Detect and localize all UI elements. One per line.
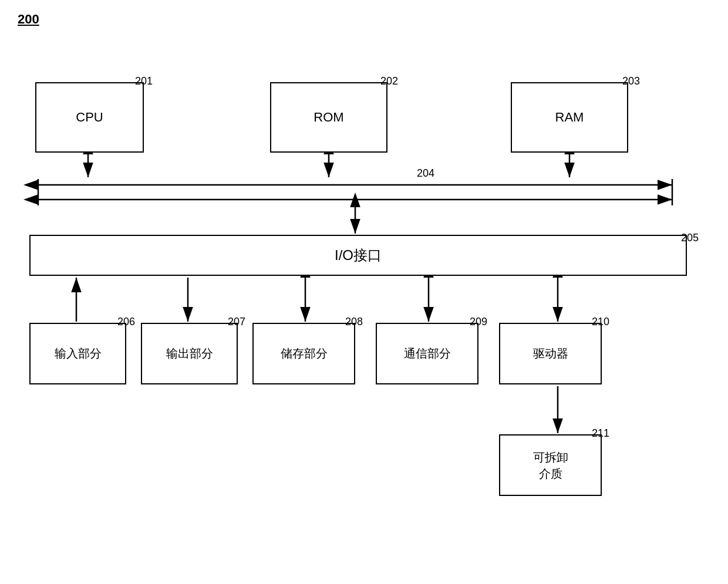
removable-ref: 211 — [592, 427, 609, 440]
ram-ref: 203 — [622, 75, 640, 87]
driver-label: 驱动器 — [533, 346, 568, 362]
comms-box: 通信部分 — [376, 323, 478, 384]
output-box: 输出部分 — [141, 323, 238, 384]
ram-box: RAM — [511, 82, 628, 153]
rom-label: ROM — [314, 110, 343, 125]
cpu-label: CPU — [76, 110, 103, 125]
diagram: 200 — [18, 12, 705, 575]
rom-ref: 202 — [380, 75, 398, 87]
removable-box: 可拆卸 介质 — [499, 434, 602, 496]
io-ref: 205 — [681, 232, 699, 244]
rom-box: ROM — [270, 82, 387, 153]
comms-label: 通信部分 — [404, 346, 451, 362]
storage-label: 储存部分 — [281, 346, 328, 362]
ram-label: RAM — [555, 110, 584, 125]
diagram-title: 200 — [18, 12, 39, 27]
bus-ref: 204 — [417, 167, 434, 180]
io-label: I/O接口 — [335, 246, 382, 265]
storage-box: 储存部分 — [252, 323, 355, 384]
output-ref: 207 — [228, 316, 245, 328]
driver-ref: 210 — [592, 316, 609, 328]
driver-box: 驱动器 — [499, 323, 602, 384]
input-box: 输入部分 — [29, 323, 126, 384]
cpu-ref: 201 — [135, 75, 153, 87]
input-ref: 206 — [117, 316, 135, 328]
io-box: I/O接口 — [29, 235, 687, 276]
cpu-box: CPU — [35, 82, 144, 153]
storage-ref: 208 — [345, 316, 363, 328]
output-label: 输出部分 — [166, 346, 213, 362]
input-label: 输入部分 — [55, 346, 102, 362]
comms-ref: 209 — [470, 316, 487, 328]
removable-label: 可拆卸 介质 — [533, 449, 568, 482]
